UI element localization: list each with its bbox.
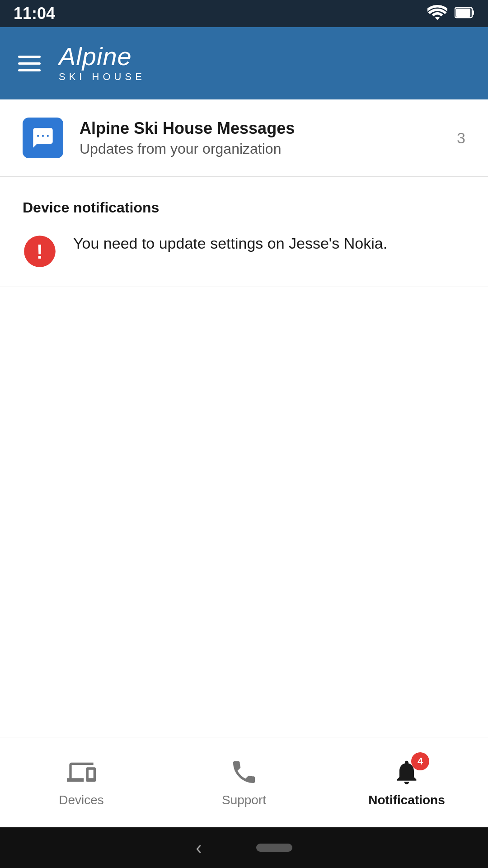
logo-sub: SKI HOUSE (59, 71, 145, 83)
device-notifications-section: Device notifications ! You need to updat… (0, 177, 488, 287)
support-icon (230, 758, 258, 788)
support-label: Support (222, 793, 266, 807)
nav-devices[interactable]: Devices (0, 737, 163, 827)
messages-card[interactable]: Alpine Ski House Messages Updates from y… (0, 99, 488, 177)
notification-text: You need to update settings on Jesse's N… (73, 232, 387, 255)
svg-rect-2 (456, 9, 470, 17)
messages-title: Alpine Ski House Messages (80, 119, 441, 138)
messages-icon (23, 118, 63, 158)
status-time: 11:04 (14, 4, 55, 23)
logo-main: Alpine (59, 44, 145, 69)
notifications-label: Notifications (368, 793, 445, 807)
messages-count: 3 (457, 129, 465, 147)
notifications-icon: 4 (392, 758, 421, 788)
messages-text: Alpine Ski House Messages Updates from y… (80, 119, 441, 157)
bottom-nav: Devices Support 4 Notifications (0, 737, 488, 827)
app-logo: Alpine SKI HOUSE (59, 44, 145, 83)
battery-icon (455, 6, 474, 21)
status-icons (427, 5, 474, 22)
notification-item[interactable]: ! You need to update settings on Jesse's… (23, 232, 465, 269)
section-title: Device notifications (23, 199, 465, 216)
wifi-icon (427, 5, 447, 22)
messages-subtitle: Updates from your organization (80, 141, 441, 157)
home-pill[interactable] (256, 844, 292, 852)
svg-text:!: ! (37, 241, 43, 263)
app-header: Alpine SKI HOUSE (0, 27, 488, 99)
divider (0, 287, 488, 287)
status-bar: 11:04 (0, 0, 488, 27)
svg-rect-1 (472, 10, 474, 15)
nav-support[interactable]: Support (163, 737, 325, 827)
devices-label: Devices (59, 793, 104, 807)
hamburger-menu[interactable] (18, 56, 41, 71)
back-button[interactable]: ‹ (196, 838, 202, 858)
nav-notifications[interactable]: 4 Notifications (325, 737, 488, 827)
alert-icon: ! (23, 234, 57, 269)
main-content: Alpine Ski House Messages Updates from y… (0, 99, 488, 737)
notification-badge: 4 (411, 752, 429, 770)
android-nav-bar: ‹ (0, 827, 488, 868)
devices-icon (67, 758, 96, 788)
